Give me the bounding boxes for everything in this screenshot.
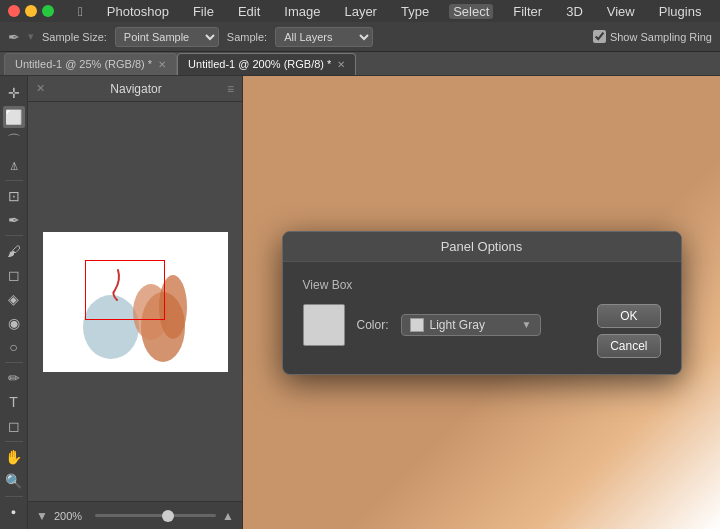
tools-separator-4 [5, 441, 23, 442]
dodge-tool[interactable]: ○ [3, 336, 25, 358]
tab-label: Untitled-1 @ 200% (RGB/8) * [188, 58, 331, 70]
fullscreen-button[interactable] [42, 5, 54, 17]
main-area: ✛ ⬜ ⌒ ⍋ ⊡ ✒ 🖌 ◻ ◈ ◉ ○ ✏ T ◻ ✋ 🔍 ● ✕ Navi… [0, 76, 720, 529]
sample-label: Sample: [227, 31, 267, 43]
pen-tool[interactable]: ✏ [3, 367, 25, 389]
apple-logo-icon:  [78, 4, 83, 19]
dialog-body: View Box Color: Light Gray ▼ [283, 262, 681, 374]
brush-tool[interactable]: 🖌 [3, 240, 25, 262]
color-row: Color: Light Gray ▼ [303, 304, 582, 346]
navigator-canvas [28, 102, 242, 501]
menu-photoshop[interactable]: Photoshop [103, 4, 173, 19]
show-sampling-ring-label[interactable]: Show Sampling Ring [593, 30, 712, 43]
zoom-in-button[interactable]: ▲ [222, 509, 234, 523]
magic-wand-tool[interactable]: ⍋ [3, 154, 25, 176]
menu-filter[interactable]: Filter [509, 4, 546, 19]
color-label: Color: [357, 318, 389, 332]
tab-close-icon[interactable]: ✕ [158, 59, 166, 70]
menu-layer[interactable]: Layer [340, 4, 381, 19]
menu-view[interactable]: View [603, 4, 639, 19]
navigator-panel: ✕ Navigator ≡ ▼ [28, 76, 243, 529]
tab-label: Untitled-1 @ 25% (RGB/8) * [15, 58, 152, 70]
panel-close-icon[interactable]: ✕ [36, 82, 45, 95]
zoom-tool[interactable]: 🔍 [3, 470, 25, 492]
traffic-lights [8, 5, 54, 17]
zoom-value: 200% [54, 510, 89, 522]
tools-separator-5 [5, 496, 23, 497]
dialog-titlebar: Panel Options [283, 232, 681, 262]
minimize-button[interactable] [25, 5, 37, 17]
tab-close-icon[interactable]: ✕ [337, 59, 345, 70]
dialog-overlay: Panel Options View Box Color: Light Gray [243, 76, 720, 529]
color-swatch [410, 318, 424, 332]
eraser-tool[interactable]: ◻ [3, 264, 25, 286]
menu-image[interactable]: Image [280, 4, 324, 19]
tools-separator-3 [5, 362, 23, 363]
move-tool[interactable]: ✛ [3, 82, 25, 104]
zoom-slider-thumb[interactable] [162, 510, 174, 522]
eyedropper-tool-icon: ✒ [8, 29, 20, 45]
tools-panel: ✛ ⬜ ⌒ ⍋ ⊡ ✒ 🖌 ◻ ◈ ◉ ○ ✏ T ◻ ✋ 🔍 ● [0, 76, 28, 529]
tools-separator [5, 180, 23, 181]
panel-title: Navigator [110, 82, 161, 96]
nav-viewbox [85, 260, 165, 320]
sample-size-label: Sample Size: [42, 31, 107, 43]
sample-size-select[interactable]: Point Sample 3 by 3 Average 5 by 5 Avera… [115, 27, 219, 47]
menu-file[interactable]: File [189, 4, 218, 19]
menu-select[interactable]: Select [449, 4, 493, 19]
panel-header: ✕ Navigator ≡ [28, 76, 242, 102]
menu-3d[interactable]: 3D [562, 4, 587, 19]
sample-select[interactable]: All Layers Current Layer [275, 27, 373, 47]
gradient-tool[interactable]: ◈ [3, 288, 25, 310]
menu-bar:  Photoshop File Edit Image Layer Type S… [0, 0, 720, 22]
panel-options-dialog: Panel Options View Box Color: Light Gray [282, 231, 682, 375]
dialog-buttons: OK Cancel [597, 304, 660, 358]
color-dropdown[interactable]: Light Gray ▼ [401, 314, 541, 336]
zoom-slider[interactable] [95, 514, 216, 517]
nav-footer: ▼ 200% ▲ [28, 501, 242, 529]
dropdown-arrow-icon: ▼ [522, 319, 532, 330]
rectangle-select-tool[interactable]: ⬜ [3, 106, 25, 128]
tool-options-divider: ▾ [28, 30, 34, 43]
canvas-area: Panel Options View Box Color: Light Gray [243, 76, 720, 529]
color-preview-box [303, 304, 345, 346]
options-bar: ✒ ▾ Sample Size: Point Sample 3 by 3 Ave… [0, 22, 720, 52]
shape-tool[interactable]: ◻ [3, 415, 25, 437]
hand-tool[interactable]: ✋ [3, 446, 25, 468]
tab-untitled1-25[interactable]: Untitled-1 @ 25% (RGB/8) * ✕ [4, 53, 177, 75]
close-button[interactable] [8, 5, 20, 17]
lasso-tool[interactable]: ⌒ [3, 130, 25, 152]
cancel-button[interactable]: Cancel [597, 334, 660, 358]
tab-untitled1-200[interactable]: Untitled-1 @ 200% (RGB/8) * ✕ [177, 53, 356, 75]
ok-button[interactable]: OK [597, 304, 660, 328]
foreground-color[interactable]: ● [3, 501, 25, 523]
text-tool[interactable]: T [3, 391, 25, 413]
blur-tool[interactable]: ◉ [3, 312, 25, 334]
eyedropper-tool[interactable]: ✒ [3, 209, 25, 231]
crop-tool[interactable]: ⊡ [3, 185, 25, 207]
dialog-title: Panel Options [441, 239, 523, 254]
tabs-bar: Untitled-1 @ 25% (RGB/8) * ✕ Untitled-1 … [0, 52, 720, 76]
zoom-out-button[interactable]: ▼ [36, 509, 48, 523]
menu-edit[interactable]: Edit [234, 4, 264, 19]
show-sampling-ring-checkbox[interactable] [593, 30, 606, 43]
menu-type[interactable]: Type [397, 4, 433, 19]
panel-menu-icon[interactable]: ≡ [227, 82, 234, 96]
nav-preview [43, 232, 228, 372]
tools-separator-2 [5, 235, 23, 236]
dialog-section-title: View Box [303, 278, 661, 292]
menu-plugins[interactable]: Plugins [655, 4, 706, 19]
color-name: Light Gray [430, 318, 516, 332]
